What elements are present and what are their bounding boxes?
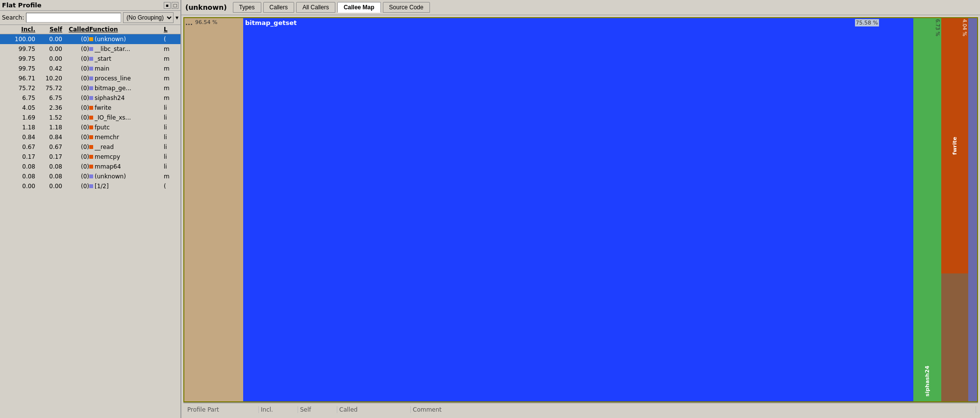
cell-lib: li bbox=[164, 114, 178, 121]
cell-func: memchr bbox=[89, 134, 164, 141]
table-row[interactable]: 6.756.75(0)siphash24m bbox=[0, 93, 180, 103]
tm-bitmap-segment[interactable]: bitmap_getset bbox=[243, 18, 913, 401]
tm-fwrite-segment[interactable]: 4.04 % fwrite bbox=[941, 18, 968, 273]
cell-incl: 0.00 bbox=[2, 183, 35, 190]
cell-called: (0) bbox=[62, 36, 89, 43]
table-row[interactable]: 75.7275.72(0)bitmap_ge...m bbox=[0, 83, 180, 93]
cell-called: (0) bbox=[62, 134, 89, 141]
table-row[interactable]: 4.052.36(0)fwriteli bbox=[0, 103, 180, 113]
cell-called: (0) bbox=[62, 46, 89, 52]
callee-map-area: ... 96.54 % bitmap_getset 6.73 % siphash… bbox=[181, 15, 980, 418]
cell-func: memcpy bbox=[89, 153, 164, 160]
tm-pct-75-text: 75.58 % bbox=[856, 20, 878, 26]
table-row[interactable]: 0.840.84(0)memchrli bbox=[0, 132, 180, 142]
table-row[interactable]: 0.000.00(0)[1/2]( bbox=[0, 181, 180, 191]
table-row[interactable]: 0.080.08(0)(unknown)m bbox=[0, 172, 180, 181]
func-name: [1/2] bbox=[95, 183, 109, 190]
tm-pct-75-label: 75.58 % bbox=[855, 19, 879, 26]
func-name: __libc_star... bbox=[95, 46, 130, 52]
tm-other-segment[interactable] bbox=[941, 273, 968, 401]
cell-called: (0) bbox=[62, 75, 89, 82]
cell-func: [1/2] bbox=[89, 183, 164, 190]
cell-called: (0) bbox=[62, 104, 89, 111]
table-row[interactable]: 96.7110.20(0)process_linem bbox=[0, 74, 180, 83]
tm-green-segment[interactable]: 6.73 % siphash24 bbox=[913, 18, 941, 401]
cell-incl: 4.05 bbox=[2, 104, 35, 111]
cell-incl: 0.84 bbox=[2, 134, 35, 141]
col-incl[interactable]: Incl. bbox=[2, 26, 35, 33]
cell-lib: li bbox=[164, 134, 178, 141]
func-color-indicator bbox=[89, 165, 93, 169]
cell-incl: 75.72 bbox=[2, 85, 35, 92]
tab-source-code[interactable]: Source Code bbox=[383, 2, 430, 13]
cell-self: 0.00 bbox=[35, 46, 62, 52]
table-row[interactable]: 1.181.18(0)fputcli bbox=[0, 123, 180, 132]
search-input[interactable] bbox=[26, 13, 121, 23]
table-row[interactable]: 0.080.08(0)mmap64li bbox=[0, 162, 180, 172]
tm-unknown-segment[interactable]: ... 96.54 % bbox=[184, 18, 243, 401]
tab-all-callers[interactable]: All Callers bbox=[296, 2, 335, 13]
col-function[interactable]: Function bbox=[89, 26, 164, 33]
cell-incl: 99.75 bbox=[2, 55, 35, 62]
func-color-indicator bbox=[89, 125, 93, 129]
cell-incl: 1.18 bbox=[2, 124, 35, 131]
func-color-indicator bbox=[89, 57, 93, 61]
status-incl: Incl. bbox=[259, 406, 298, 413]
table-row[interactable]: 1.691.52(0)_IO_file_xs...li bbox=[0, 113, 180, 123]
cell-lib: li bbox=[164, 104, 178, 111]
minimize-icon[interactable]: ▪ bbox=[164, 2, 171, 9]
func-color-indicator bbox=[89, 155, 93, 159]
right-title: (unknown) bbox=[185, 3, 227, 11]
tab-types[interactable]: Types bbox=[233, 2, 261, 13]
table-row[interactable]: 0.170.17(0)memcpyli bbox=[0, 152, 180, 162]
table-row[interactable]: 0.670.67(0)__readli bbox=[0, 142, 180, 152]
col-lib[interactable]: L bbox=[164, 26, 178, 33]
cell-lib: m bbox=[164, 46, 178, 52]
table-row[interactable]: 99.750.42(0)mainm bbox=[0, 64, 180, 74]
cell-func: _IO_file_xs... bbox=[89, 114, 164, 121]
table-header: Incl. Self Called Function L bbox=[0, 25, 180, 34]
func-name: (unknown) bbox=[95, 173, 126, 180]
tab-callee-map[interactable]: Callee Map bbox=[337, 2, 381, 13]
func-color-indicator bbox=[89, 67, 93, 71]
func-name: mmap64 bbox=[95, 163, 121, 170]
tm-pct-673: 6.73 % bbox=[935, 19, 940, 36]
cell-func: main bbox=[89, 65, 164, 72]
table-row[interactable]: 99.750.00(0)__libc_star...m bbox=[0, 44, 180, 54]
func-color-indicator bbox=[89, 37, 93, 41]
tm-small-segment[interactable] bbox=[968, 18, 977, 401]
cell-self: 0.84 bbox=[35, 134, 62, 141]
cell-incl: 1.69 bbox=[2, 114, 35, 121]
search-label: Search: bbox=[2, 14, 24, 21]
table-row[interactable]: 99.750.00(0)_startm bbox=[0, 54, 180, 64]
tab-callers[interactable]: Callers bbox=[263, 2, 294, 13]
func-color-indicator bbox=[89, 76, 93, 80]
cell-self: 1.18 bbox=[35, 124, 62, 131]
func-color-indicator bbox=[89, 86, 93, 90]
col-self[interactable]: Self bbox=[35, 26, 62, 33]
cell-called: (0) bbox=[62, 95, 89, 101]
func-name: (unknown) bbox=[95, 36, 126, 43]
cell-self: 0.67 bbox=[35, 144, 62, 150]
cell-func: fwrite bbox=[89, 104, 164, 111]
cell-incl: 0.08 bbox=[2, 173, 35, 180]
cell-incl: 0.17 bbox=[2, 153, 35, 160]
cell-func: (unknown) bbox=[89, 36, 164, 43]
func-name: memcpy bbox=[95, 153, 120, 160]
status-self: Self bbox=[298, 406, 337, 413]
cell-called: (0) bbox=[62, 55, 89, 62]
grouping-select[interactable]: (No Grouping) By Library By Object File bbox=[123, 12, 174, 23]
table-row[interactable]: 100.000.00(0)(unknown)( bbox=[0, 34, 180, 44]
cell-incl: 100.00 bbox=[2, 36, 35, 43]
status-profile-part: Profile Part bbox=[185, 406, 259, 413]
cell-lib: m bbox=[164, 173, 178, 180]
cell-func: siphash24 bbox=[89, 95, 164, 101]
maximize-icon[interactable]: □ bbox=[172, 2, 178, 9]
col-called[interactable]: Called bbox=[62, 26, 89, 33]
grouping-arrow[interactable]: ▾ bbox=[176, 14, 178, 21]
func-color-indicator bbox=[89, 184, 93, 188]
tm-pct-404: 4.04 % bbox=[962, 19, 967, 36]
cell-lib: li bbox=[164, 153, 178, 160]
func-name: __read bbox=[95, 144, 114, 150]
tm-siphash-bottom-label: siphash24 bbox=[924, 366, 930, 396]
